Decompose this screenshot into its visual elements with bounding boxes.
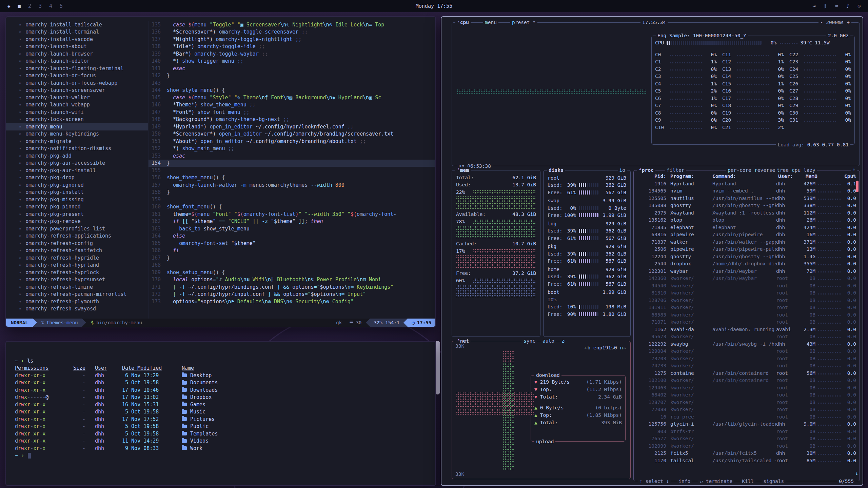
workspace-active-icon[interactable]: ■ bbox=[18, 3, 20, 9]
file-item[interactable]: ∗omarchy-powerprofiles-list bbox=[6, 225, 148, 232]
proc-row[interactable]: 71835elephantelephantdhh424M0.0 bbox=[637, 224, 856, 231]
proc-row[interactable]: 72088kworker/root0B0.0 bbox=[637, 406, 856, 413]
file-item[interactable]: ∗omarchy-notification-dismiss bbox=[6, 145, 148, 152]
code-area[interactable]: 135 case $(menu "Toggle" "▣ Screensaver\… bbox=[149, 21, 435, 320]
scroll-up-indicator[interactable]: ↑ bbox=[851, 167, 857, 172]
proc-row[interactable]: 122292swaybg/usr/bin/swaybg -i /homdhh43… bbox=[637, 340, 856, 348]
proc-row[interactable]: 134565nvimnvim --embed .dhh59M0.0 bbox=[637, 187, 856, 195]
proc-row[interactable]: 16rcu_preeroot0B0.0 bbox=[637, 413, 856, 421]
file-item[interactable]: ∗omarchy-refresh-swayosd bbox=[6, 305, 148, 313]
scroll-down-indicator[interactable]: ↓ bbox=[855, 471, 858, 476]
file-item[interactable]: ∗omarchy-pkg-remove bbox=[6, 218, 148, 225]
proc-column-header[interactable]: Pid: bbox=[637, 174, 666, 179]
proc-row[interactable]: 2125fcitx5/usr/bin/fcitx5dhh30M0.0 bbox=[637, 450, 856, 457]
proc-row[interactable]: 81310kworker/root0B0.0 bbox=[637, 289, 856, 297]
file-item[interactable]: ∗omarchy-pkg-ignored bbox=[6, 181, 148, 189]
ls-row[interactable]: drwxr-xr-x-dhh 9 Nov 08:33Work bbox=[15, 445, 427, 452]
io-mode-button[interactable]: io bbox=[618, 167, 627, 174]
proc-row[interactable]: 1275containe/usr/bin/containerdroot56M0.… bbox=[637, 369, 856, 377]
proc-row[interactable]: 125505nautilus/usr/bin/nautilus --newdhh… bbox=[637, 195, 856, 202]
file-item[interactable]: ∗omarchy-launch-screensaver bbox=[6, 87, 148, 94]
proc-row[interactable]: 122301waybar/usr/bin/waybardhh72M0.0 bbox=[637, 267, 856, 275]
proc-row[interactable]: 129463kworker/root0B0.0 bbox=[637, 384, 856, 391]
file-item[interactable]: ∗omarchy-pkg-missing bbox=[6, 196, 148, 203]
cpu-panel-title[interactable]: ¹cpu bbox=[455, 19, 471, 26]
volume-icon[interactable]: ♪ bbox=[846, 3, 849, 9]
proc-column-header[interactable]: User: bbox=[778, 174, 800, 179]
proc-row[interactable]: 128706kworker/root0B0.0 bbox=[637, 297, 856, 304]
menu-button[interactable]: menu bbox=[483, 19, 498, 26]
info-button[interactable]: info bbox=[677, 478, 692, 485]
file-item[interactable]: ∗omarchy-refresh-pacman-mirrorlist bbox=[6, 291, 148, 298]
proc-row[interactable]: 1916HyprlandHyprlanddhh426M0.1 bbox=[637, 180, 856, 187]
proc-row[interactable]: 1170tailscal/usr/sbin/tailscaled --root8… bbox=[637, 457, 856, 464]
proc-row[interactable]: 71071kworker/root0B0.0 bbox=[637, 319, 856, 326]
next-interface-icon[interactable]: n→ bbox=[620, 345, 626, 350]
file-item[interactable]: ∗omarchy-launch-editor bbox=[6, 58, 148, 65]
net-interface-switcher[interactable]: ←b enp191s0 n→ bbox=[565, 338, 628, 358]
proc-row[interactable]: 95673kworker/root0B0.0 bbox=[637, 333, 856, 341]
ls-row[interactable]: drwxr-xr-x-dhh11 Nov 14:29Videos bbox=[15, 438, 427, 445]
file-item[interactable]: ∗omarchy-launch-wifi bbox=[6, 108, 148, 116]
proc-scrollbar[interactable] bbox=[856, 181, 859, 192]
proc-row[interactable]: 142360kworker//usr/bin/waybarroot0B0.0 bbox=[637, 275, 856, 282]
proc-column-header[interactable]: MemB bbox=[800, 174, 817, 179]
proc-row[interactable]: 102100kworker//usr/bin/containerdroot0B0… bbox=[637, 377, 856, 384]
kill-button[interactable]: Kill bbox=[740, 478, 755, 485]
workspace-2[interactable]: 2 bbox=[28, 3, 31, 9]
mem-panel-title[interactable]: ²mem bbox=[455, 167, 471, 174]
proc-row[interactable]: 131911kworker/root0B0.0 bbox=[637, 304, 856, 311]
file-item[interactable]: ∗omarchy-refresh-hyprsunset bbox=[6, 276, 148, 284]
ls-row[interactable]: drwxr-xr-x-dhh17 Nov 10:46Downloads bbox=[15, 386, 427, 394]
file-item[interactable]: ∗omarchy-pkg-drop bbox=[6, 174, 148, 182]
proc-column-header[interactable]: Command: bbox=[712, 174, 778, 179]
prev-interface-icon[interactable]: ←b bbox=[585, 345, 590, 350]
file-list[interactable]: ∗omarchy-install-tailscale∗omarchy-insta… bbox=[6, 21, 149, 320]
proc-row[interactable]: 128707kworker/root0B0.0 bbox=[637, 399, 856, 406]
ls-row[interactable]: drwx------@-dhh17 Nov 11:02Dropbox bbox=[15, 394, 427, 401]
terminal-output[interactable]: ~ › lsPermissionsSizeUserDate ModifiedNa… bbox=[6, 342, 435, 475]
ls-row[interactable]: drwxr-xr-x-dhh 5 Oct 19:58Documents bbox=[15, 379, 427, 387]
file-item[interactable]: ∗omarchy-launch-or-focus bbox=[6, 72, 148, 80]
proc-row[interactable]: 2975XwaylandXwayland :1 -rootless -dhh11… bbox=[637, 209, 856, 217]
file-item[interactable]: ∗omarchy-refresh-hyprland bbox=[6, 262, 148, 269]
disks-panel-title[interactable]: disks bbox=[547, 167, 565, 174]
workspace-3[interactable]: 3 bbox=[39, 3, 42, 9]
net-sync-button[interactable]: sync bbox=[522, 338, 537, 344]
proc-row[interactable]: 135162btopbtopdhh26M0.0 bbox=[637, 217, 856, 224]
ls-row[interactable]: drwxr-xr-x-dhh 6 Nov 17:29Desktop bbox=[15, 372, 427, 379]
file-item[interactable]: ∗omarchy-pkg-present bbox=[6, 210, 148, 218]
net-auto-button[interactable]: auto bbox=[541, 338, 556, 344]
file-item[interactable]: ∗omarchy-launch-webapp bbox=[6, 101, 148, 109]
git-branch[interactable]: ⌥ themes-menu bbox=[37, 319, 82, 327]
proc-row[interactable]: 68583kworker/root0B0.0 bbox=[637, 311, 856, 319]
bluetooth-icon[interactable]: ᛒ bbox=[824, 3, 827, 9]
proc-row[interactable]: 2544dropbox/home/dhh/.dropbox-distdhh355… bbox=[637, 260, 856, 268]
proc-row[interactable]: 135088ghostty/usr/bin/ghostty --gtk-dhh3… bbox=[637, 202, 856, 209]
file-item[interactable]: ∗omarchy-pkg-install bbox=[6, 189, 148, 196]
file-item[interactable]: ∗omarchy-lock-screen bbox=[6, 116, 148, 123]
file-item[interactable]: ∗omarchy-install-vscode bbox=[6, 36, 148, 43]
proc-row[interactable]: 12244ghostty/usr/bin/ghostty --gtk-dhh1.… bbox=[637, 253, 856, 260]
file-item[interactable]: ∗omarchy-refresh-hypridle bbox=[6, 254, 148, 262]
ls-row[interactable]: drwxr-xr-x-dhh 5 Oct 19:58Templates bbox=[15, 430, 427, 438]
proc-row[interactable]: 129004kworker/root0B0.0 bbox=[637, 348, 856, 355]
file-item[interactable]: ∗omarchy-refresh-fastfetch bbox=[6, 247, 148, 255]
proc-row[interactable]: 2506pipewire/usr/bin/pipewire-pulsedhh13… bbox=[637, 246, 856, 253]
file-item[interactable]: ∗omarchy-refresh-config bbox=[6, 240, 148, 247]
terminate-button[interactable]: ↵ terminate bbox=[698, 478, 734, 485]
file-item[interactable]: ∗omarchy-refresh-hyprlock bbox=[6, 269, 148, 276]
file-item[interactable]: ∗omarchy-pkg-add bbox=[6, 152, 148, 160]
file-item[interactable]: ∗omarchy-pkg-aur-install bbox=[6, 167, 148, 174]
proc-row[interactable]: 102099kworker/root0B0.0 bbox=[637, 442, 856, 450]
preset-button[interactable]: preset * bbox=[510, 19, 537, 26]
proc-row[interactable]: 94540kworker/root0B0.0 bbox=[637, 282, 856, 289]
ls-row[interactable]: drwxr-xr-x-dhh 5 Oct 19:58Public bbox=[15, 423, 427, 430]
signals-button[interactable]: signals bbox=[762, 478, 786, 485]
proc-row[interactable]: 63816pipewire/usr/bin/pipewiredhh16M0.0 bbox=[637, 231, 856, 239]
file-item[interactable]: ∗omarchy-install-terminal bbox=[6, 28, 148, 36]
workspace-5[interactable]: 5 bbox=[60, 3, 63, 9]
logout-icon[interactable]: ⇥ bbox=[813, 3, 816, 9]
file-item[interactable]: ∗omarchy-refresh-limine bbox=[6, 283, 148, 291]
proc-row[interactable]: 1162avahi-daavahi-daemon: running [avahi… bbox=[637, 326, 856, 333]
